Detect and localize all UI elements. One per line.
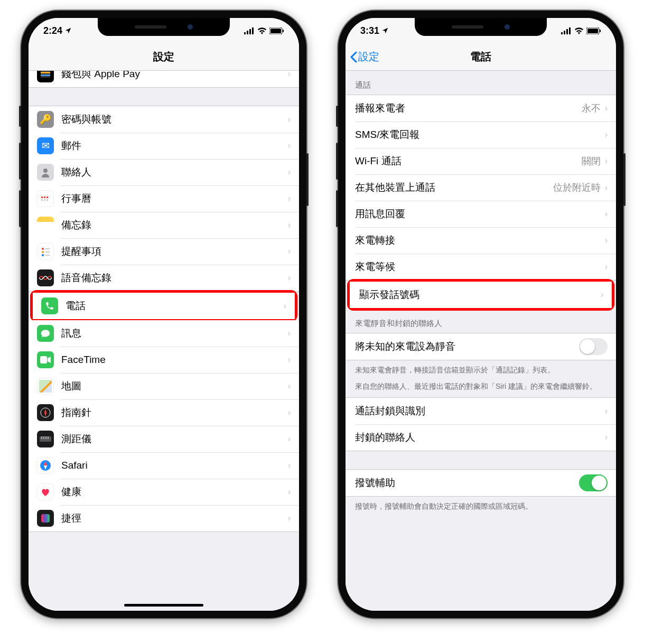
- chevron-right-icon: ›: [605, 156, 608, 166]
- svg-rect-12: [44, 197, 45, 198]
- row-sms-reporting[interactable]: SMS/來電回報 ›: [346, 122, 616, 148]
- contacts-icon: [37, 164, 54, 181]
- label: 顯示發話號碼: [359, 288, 601, 302]
- svg-rect-33: [564, 31, 565, 34]
- label: 電話: [66, 299, 284, 313]
- chevron-right-icon: ›: [288, 487, 291, 497]
- row-calendar[interactable]: 行事曆 ›: [29, 185, 299, 212]
- row-health[interactable]: 健康 ›: [29, 479, 299, 505]
- row-messages[interactable]: 訊息 ›: [29, 320, 299, 347]
- safari-icon: [37, 457, 54, 474]
- svg-point-18: [42, 251, 44, 253]
- row-reminders[interactable]: 提醒事項 ›: [29, 238, 299, 265]
- row-voicememos[interactable]: 語音備忘錄 ›: [29, 265, 299, 291]
- label: 通話封鎖與識別: [355, 404, 605, 418]
- row-phone[interactable]: 電話 ›: [33, 293, 295, 319]
- svg-rect-34: [566, 29, 568, 34]
- row-measure[interactable]: 測距儀 ›: [29, 426, 299, 452]
- label: 封鎖的聯絡人: [355, 431, 605, 444]
- chevron-right-icon: ›: [288, 141, 291, 151]
- row-shortcuts[interactable]: 捷徑 ›: [29, 505, 299, 532]
- svg-rect-25: [40, 436, 51, 442]
- silence-unknown-switch[interactable]: [579, 338, 608, 355]
- back-button[interactable]: 設定: [350, 43, 379, 70]
- section-header-silence: 來電靜音和封鎖的聯絡人: [346, 309, 616, 333]
- voice-memos-icon: [37, 269, 54, 286]
- health-icon: [37, 483, 54, 500]
- label: 測距儀: [61, 432, 288, 446]
- home-indicator[interactable]: [124, 604, 203, 607]
- chevron-left-icon: [350, 51, 357, 63]
- highlight-phone: 電話 ›: [30, 290, 297, 322]
- label: 將未知的來電設為靜音: [355, 340, 579, 353]
- label: 密碼與帳號: [61, 113, 288, 126]
- svg-rect-21: [45, 251, 50, 253]
- row-silence-unknown[interactable]: 將未知的來電設為靜音: [346, 333, 616, 360]
- row-wifi-calling[interactable]: Wi-Fi 通話 關閉 ›: [346, 148, 616, 174]
- chevron-right-icon: ›: [601, 290, 603, 300]
- label: 來電轉接: [355, 234, 605, 247]
- svg-rect-35: [569, 27, 571, 34]
- row-contacts[interactable]: 聯絡人 ›: [29, 159, 299, 185]
- row-announce-calls[interactable]: 播報來電者 永不 ›: [346, 95, 616, 122]
- row-facetime[interactable]: FaceTime ›: [29, 347, 299, 373]
- label: 聯絡人: [61, 165, 288, 179]
- chevron-right-icon: ›: [605, 130, 608, 139]
- chevron-right-icon: ›: [284, 301, 286, 311]
- nav-bar: 設定 電話: [346, 43, 616, 71]
- battery-icon: [269, 27, 284, 34]
- svg-point-17: [42, 248, 44, 250]
- reminders-icon: [37, 243, 54, 260]
- chevron-right-icon: ›: [288, 273, 291, 283]
- label: 備忘錄: [61, 218, 288, 232]
- svg-rect-1: [247, 31, 248, 34]
- row-respond-with-text[interactable]: 用訊息回覆 ›: [346, 201, 616, 227]
- row-call-forwarding[interactable]: 來電轉接 ›: [346, 227, 616, 254]
- detail-value: 位於附近時: [553, 181, 601, 194]
- nav-bar: 設定: [29, 43, 299, 71]
- back-label: 設定: [358, 50, 379, 64]
- section-header-calls: 通話: [346, 71, 616, 95]
- svg-point-19: [42, 254, 44, 256]
- row-notes[interactable]: 備忘錄 ›: [29, 212, 299, 238]
- svg-rect-8: [41, 72, 50, 73]
- chevron-right-icon: ›: [288, 71, 291, 79]
- row-maps[interactable]: 地圖 ›: [29, 373, 299, 399]
- label: 郵件: [61, 139, 288, 153]
- wifi-icon: [574, 27, 584, 34]
- dial-assist-switch[interactable]: [579, 474, 608, 491]
- row-compass[interactable]: 指南針 ›: [29, 399, 299, 426]
- row-safari[interactable]: Safari ›: [29, 452, 299, 479]
- row-calls-other-devices[interactable]: 在其他裝置上通話 位於附近時 ›: [346, 174, 616, 201]
- chevron-right-icon: ›: [605, 104, 608, 113]
- chevron-right-icon: ›: [605, 406, 608, 416]
- chevron-right-icon: ›: [288, 329, 291, 338]
- notch: [98, 18, 230, 36]
- nav-title: 電話: [470, 50, 491, 64]
- label: 在其他裝置上通話: [355, 181, 553, 194]
- location-icon: [64, 27, 72, 34]
- key-icon: 🔑: [37, 111, 54, 128]
- highlight-caller-id: 顯示發話號碼 ›: [347, 279, 614, 311]
- label: 錢包與 Apple Pay: [61, 71, 288, 81]
- row-mail[interactable]: ✉︎ 郵件 ›: [29, 133, 299, 159]
- signal-icon: [561, 27, 572, 34]
- row-wallet[interactable]: 錢包與 Apple Pay ›: [29, 71, 299, 87]
- row-passwords[interactable]: 🔑 密碼與帳號 ›: [29, 106, 299, 133]
- phone-frame-right: 3:31 設定 電話 通話 播報來電者 永不 ›: [338, 11, 623, 618]
- row-show-caller-id[interactable]: 顯示發話號碼 ›: [350, 282, 612, 308]
- row-call-waiting[interactable]: 來電等候 ›: [346, 254, 616, 280]
- svg-rect-9: [41, 74, 50, 76]
- chevron-right-icon: ›: [288, 514, 291, 523]
- row-call-blocking-id[interactable]: 通話封鎖與識別 ›: [346, 398, 616, 424]
- calendar-icon: [37, 190, 54, 207]
- svg-rect-32: [561, 32, 563, 34]
- chevron-right-icon: ›: [288, 115, 291, 124]
- row-blocked-contacts[interactable]: 封鎖的聯絡人 ›: [346, 424, 616, 451]
- messages-icon: [37, 325, 54, 342]
- row-dial-assist[interactable]: 撥號輔助: [346, 470, 616, 496]
- svg-rect-15: [44, 199, 45, 201]
- measure-icon: [37, 431, 54, 447]
- shortcuts-icon: [37, 510, 54, 527]
- wifi-icon: [257, 27, 267, 34]
